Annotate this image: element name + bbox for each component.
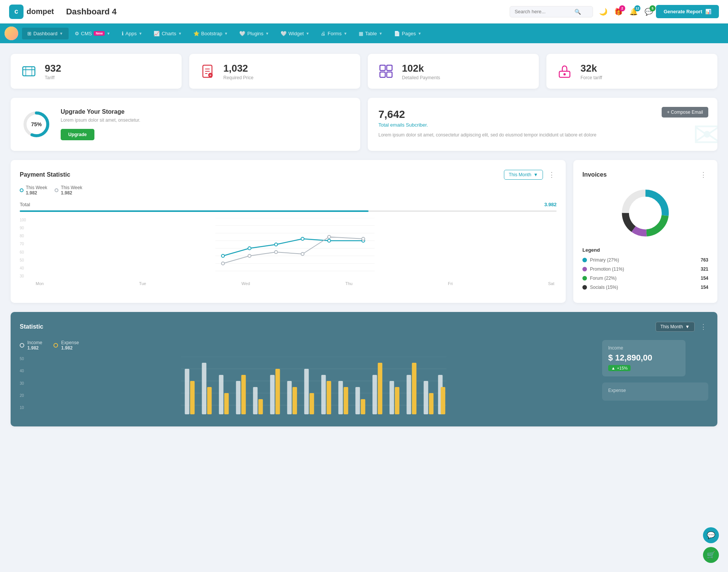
y-label-80: 80 [20, 234, 30, 238]
statistic-header: Statistic This Month ▼ ⋮ [20, 321, 708, 332]
payment-more-button[interactable]: ⋮ [547, 169, 557, 180]
search-input[interactable] [515, 9, 571, 14]
topbar-icons: 🌙 🎁 2 🔔 12 💬 5 [599, 8, 653, 16]
chevron-down-icon-10: ▼ [418, 31, 422, 36]
svg-rect-68 [356, 387, 360, 414]
nav-item-cms[interactable]: ⚙ CMS New ▼ [69, 28, 116, 39]
detailed-payments-label: Detailed Payments [402, 75, 440, 80]
bar-y-10: 10 [20, 406, 30, 410]
expense-legend-info: Expense 1.982 [61, 340, 79, 351]
x-label-thu: Thu [345, 281, 353, 286]
y-label-60: 60 [20, 250, 30, 254]
chevron-down-icon-12: ▼ [685, 324, 690, 329]
nav-item-charts[interactable]: 📈 Charts ▼ [148, 28, 187, 39]
forum-dot [582, 276, 587, 281]
nav-item-table[interactable]: ▦ Table ▼ [353, 28, 388, 39]
email-subtitle: Total emails Subcriber. [378, 122, 707, 128]
chart-icon: 📊 [705, 9, 711, 14]
gift-btn[interactable]: 🎁 2 [614, 8, 623, 16]
statistic-more-button[interactable]: ⋮ [698, 321, 708, 332]
nav-item-pages[interactable]: 📄 Pages ▼ [389, 28, 427, 39]
user-avatar[interactable] [5, 27, 18, 40]
widget-icon: 🤍 [281, 31, 287, 36]
svg-rect-52 [219, 375, 224, 414]
chevron-down-icon: ▼ [60, 31, 63, 36]
email-card: + Compose Email 7,642 Total emails Subcr… [368, 98, 717, 151]
total-row: Total 3.982 [20, 202, 557, 207]
svg-rect-77 [429, 393, 434, 414]
line-chart-container: Mon Tue Wed Thu Fri Sat [33, 218, 557, 286]
required-price-label: Required Price [223, 75, 253, 80]
main-content: 932 Tariff + 1,032 Required Price 102k D… [0, 43, 728, 434]
nav-label-forms: Forms [328, 31, 342, 36]
legend-label-2: This Week 1.982 [61, 185, 82, 196]
legend-week-val-1: 1.982 [26, 190, 47, 196]
svg-point-27 [248, 247, 251, 250]
nav-item-apps[interactable]: ℹ Apps ▼ [116, 28, 148, 39]
bell-btn[interactable]: 🔔 12 [629, 8, 638, 16]
payment-statistic-card: Payment Statistic This Month ▼ ⋮ This We… [11, 160, 566, 303]
x-label-sat: Sat [548, 281, 554, 286]
x-axis-labels: Mon Tue Wed Thu Fri Sat [33, 281, 557, 286]
invoices-card: Invoices ⋮ Legend [573, 160, 717, 303]
svg-rect-50 [202, 363, 207, 414]
search-icon[interactable]: 🔍 [574, 9, 581, 15]
stat-card-info-2: 1,032 Required Price [223, 63, 253, 80]
svg-rect-56 [253, 387, 258, 414]
moon-btn[interactable]: 🌙 [599, 8, 607, 16]
force-tariff-value: 32k [581, 63, 602, 74]
upgrade-button[interactable]: Upgrade [61, 129, 94, 140]
invoices-donut-wrap [582, 186, 708, 240]
svg-text:+: + [209, 74, 211, 77]
y-label-100: 100 [20, 218, 30, 222]
svg-rect-64 [322, 375, 326, 414]
search-bar[interactable]: 🔍 [510, 6, 593, 17]
svg-point-33 [248, 254, 251, 257]
svg-rect-67 [344, 387, 348, 414]
svg-rect-60 [287, 381, 292, 414]
stat-card-info: 932 Tariff [45, 63, 61, 80]
generate-report-button[interactable]: Generate Report 📊 [656, 5, 719, 18]
payment-chart-header: Payment Statistic This Month ▼ ⋮ [20, 169, 557, 180]
stat-card-force-tariff: 32k Force tariff [546, 54, 717, 89]
tariff-label: Tariff [45, 75, 61, 80]
svg-rect-48 [185, 369, 190, 414]
charts-icon: 📈 [154, 31, 160, 36]
svg-point-30 [328, 239, 331, 242]
svg-rect-73 [395, 387, 400, 414]
income-circle [20, 343, 24, 348]
chat-btn[interactable]: 💬 5 [645, 8, 653, 16]
force-tariff-label: Force tariff [581, 75, 602, 80]
legend-week-label-2: This Week [61, 185, 82, 190]
chevron-down-icon-8: ▼ [344, 31, 347, 36]
nav-item-dashboard[interactable]: ⊞ Dashboard ▼ [22, 28, 69, 39]
income-badge: ▲ +15% [608, 365, 631, 371]
nav-item-widget[interactable]: 🤍 Widget ▼ [275, 28, 315, 39]
nav-label-pages: Pages [402, 31, 416, 36]
socials-label: Socials (15%) [590, 285, 701, 290]
this-month-button[interactable]: This Month ▼ [504, 170, 543, 180]
statistic-this-month-button[interactable]: This Month ▼ [656, 322, 695, 332]
navbar: ⊞ Dashboard ▼ ⚙ CMS New ▼ ℹ Apps ▼ 📈 Cha… [0, 24, 728, 43]
chevron-down-icon-11: ▼ [533, 172, 538, 177]
chevron-down-icon-3: ▼ [138, 31, 142, 36]
primary-label: Primary (27%) [590, 257, 701, 263]
nav-item-bootstrap[interactable]: ⭐ Bootstrap ▼ [188, 28, 234, 39]
svg-rect-54 [236, 381, 241, 414]
invoices-more-button[interactable]: ⋮ [698, 169, 708, 180]
svg-rect-79 [441, 387, 446, 414]
generate-report-label: Generate Report [664, 9, 702, 14]
bell-badge: 12 [634, 5, 640, 11]
nav-label-dashboard: Dashboard [33, 31, 58, 36]
progress-fill [20, 210, 369, 212]
y-label-90: 90 [20, 226, 30, 230]
nav-item-forms[interactable]: 🖨 Forms ▼ [315, 28, 353, 39]
pages-icon: 📄 [394, 31, 400, 36]
storage-info: Upgrade Your Storage Lorem ipsum dolor s… [61, 108, 140, 140]
gift-badge: 2 [619, 5, 625, 11]
svg-rect-75 [412, 363, 417, 414]
expense-panel: Expense [602, 382, 708, 401]
nav-item-plugins[interactable]: 🤍 Plugins ▼ [234, 28, 275, 39]
svg-point-32 [221, 262, 224, 265]
bar-y-labels: 50 40 30 20 10 [20, 357, 30, 417]
